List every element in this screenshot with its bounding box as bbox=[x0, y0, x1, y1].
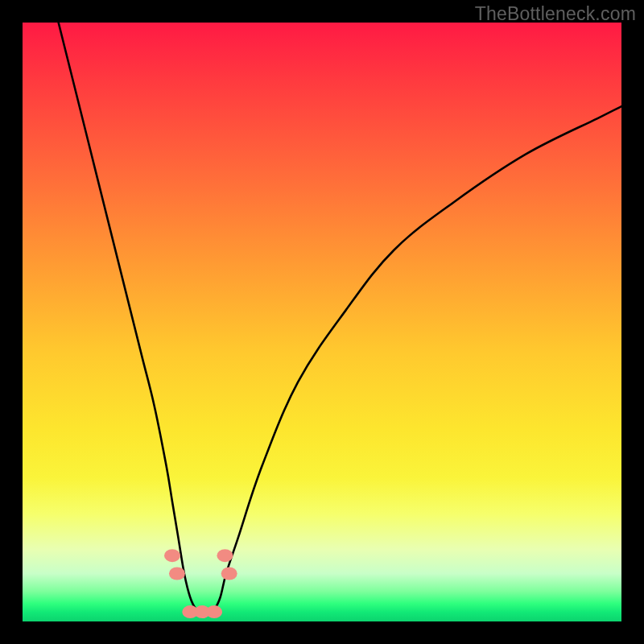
curve-markers bbox=[164, 549, 237, 618]
watermark-text: TheBottleneck.com bbox=[475, 3, 636, 25]
bottleneck-curve-path bbox=[59, 23, 621, 613]
curve-marker bbox=[221, 567, 237, 580]
curve-marker bbox=[217, 549, 233, 562]
curve-marker bbox=[164, 549, 180, 562]
bottleneck-curve-svg bbox=[23, 23, 621, 621]
curve-marker bbox=[206, 605, 222, 618]
curve-marker bbox=[169, 567, 185, 580]
chart-root: TheBottleneck.com bbox=[0, 0, 644, 644]
plot-area bbox=[23, 23, 621, 621]
